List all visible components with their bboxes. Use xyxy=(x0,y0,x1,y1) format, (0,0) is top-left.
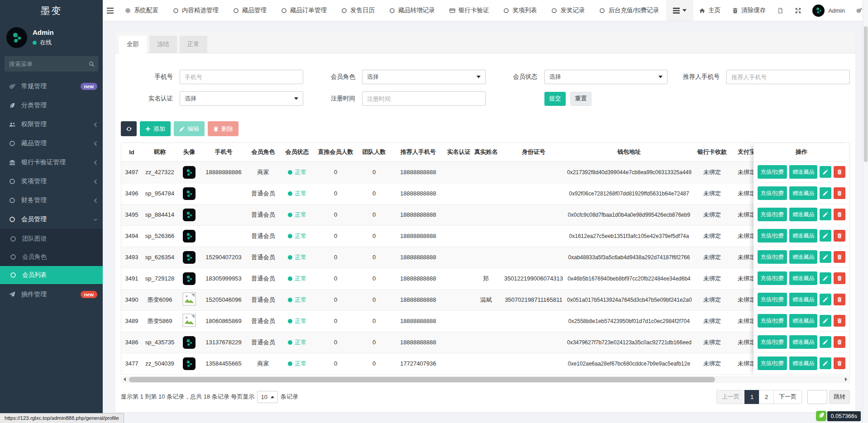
row-delete-button[interactable] xyxy=(834,166,845,178)
recharge-button[interactable]: 充值/扣费 xyxy=(758,356,787,370)
nav-item[interactable]: 后台充值/扣费记录 xyxy=(592,0,666,21)
sidebar-item[interactable]: 银行卡验证管理 xyxy=(0,153,103,172)
sidebar-item[interactable]: 插件管理new xyxy=(0,285,103,304)
recharge-button[interactable]: 充值/扣费 xyxy=(758,208,787,221)
table-row[interactable]: 3491 sp_729128 18305999953 普通会员 正常 0 0 1… xyxy=(121,268,849,289)
tab-全部[interactable]: 全部 xyxy=(119,36,147,53)
table-row[interactable]: 3494 sp_526366 普通会员 正常 0 0 18888888888 0… xyxy=(121,225,849,247)
recharge-button[interactable]: 充值/扣费 xyxy=(758,314,787,328)
gift-button[interactable]: 赠送藏品 xyxy=(789,229,817,242)
jump-page-input[interactable] xyxy=(807,390,827,404)
nav-item[interactable]: 奖项列表 xyxy=(496,0,544,21)
sidebar-subitem[interactable]: 会员列表 xyxy=(0,266,103,284)
recharge-button[interactable]: 充值/扣费 xyxy=(758,271,787,285)
recharge-button[interactable]: 充值/扣费 xyxy=(758,335,787,349)
row-delete-button[interactable] xyxy=(834,315,845,327)
row-edit-button[interactable] xyxy=(820,251,831,263)
row-delete-button[interactable] xyxy=(834,336,845,348)
fullscreen-button[interactable] xyxy=(789,0,807,21)
gift-button[interactable]: 赠送藏品 xyxy=(789,314,817,328)
row-delete-button[interactable] xyxy=(834,294,845,305)
status-select[interactable]: 选择 xyxy=(544,70,668,84)
recharge-button[interactable]: 充值/扣费 xyxy=(758,165,787,179)
row-edit-button[interactable] xyxy=(820,357,831,369)
row-edit-button[interactable] xyxy=(820,294,831,305)
home-button[interactable]: 主页 xyxy=(693,0,726,21)
row-edit-button[interactable] xyxy=(820,187,831,199)
nav-item[interactable]: 藏品订单管理 xyxy=(274,0,334,21)
vertical-scrollbar[interactable] xyxy=(863,0,868,423)
search-icon[interactable] xyxy=(89,61,95,67)
recharge-button[interactable]: 充值/扣费 xyxy=(758,250,787,264)
file-button[interactable] xyxy=(772,0,789,21)
row-delete-button[interactable] xyxy=(834,357,845,369)
page-button-2[interactable]: 2 xyxy=(759,390,774,404)
sidebar-search[interactable] xyxy=(5,56,98,71)
sidebar-item[interactable]: 权限管理 xyxy=(0,115,103,134)
gift-button[interactable]: 赠送藏品 xyxy=(789,165,817,179)
row-edit-button[interactable] xyxy=(820,315,831,327)
row-delete-button[interactable] xyxy=(834,187,845,199)
gift-button[interactable]: 赠送藏品 xyxy=(789,293,817,306)
gift-button[interactable]: 赠送藏品 xyxy=(789,356,817,370)
row-delete-button[interactable] xyxy=(834,230,845,242)
jump-button[interactable]: 跳转 xyxy=(829,390,850,404)
page-button-1[interactable]: 1 xyxy=(744,390,759,404)
row-edit-button[interactable] xyxy=(820,336,831,348)
nav-item[interactable]: 发售日历 xyxy=(334,0,382,21)
scroll-right-icon[interactable] xyxy=(843,376,850,383)
nav-item[interactable]: 内容精选管理 xyxy=(166,0,226,21)
nav-item[interactable]: 藏品管理 xyxy=(226,0,274,21)
sidebar-subitem[interactable]: 会员角色 xyxy=(0,248,103,266)
hamburger-icon[interactable] xyxy=(103,0,118,21)
sidebar-item[interactable]: 分类管理 xyxy=(0,96,103,115)
sidebar-search-input[interactable] xyxy=(9,61,89,67)
row-delete-button[interactable] xyxy=(834,209,845,220)
realname-select[interactable]: 选择 xyxy=(180,91,303,106)
phone-input[interactable] xyxy=(185,74,298,81)
row-edit-button[interactable] xyxy=(820,209,831,220)
row-edit-button[interactable] xyxy=(820,230,831,242)
navbar-user[interactable]: Admin xyxy=(807,0,850,21)
table-row[interactable]: 3496 sp_954784 普通会员 正常 0 0 18888888888 0… xyxy=(121,183,849,204)
table-row[interactable]: 3489 墨变5869 18060865869 普通会员 正常 0 0 1888… xyxy=(121,310,849,332)
gift-button[interactable]: 赠送藏品 xyxy=(789,335,817,349)
role-select[interactable]: 选择 xyxy=(362,70,486,84)
sidebar-item[interactable]: 财务管理 xyxy=(0,191,103,210)
prev-page-button[interactable]: 上一页 xyxy=(716,390,745,404)
gift-button[interactable]: 赠送藏品 xyxy=(789,208,817,221)
table-row[interactable]: 3495 sp_884414 普通会员 正常 0 0 18888888888 0… xyxy=(121,204,849,225)
sidebar-item[interactable]: 会员管理 xyxy=(0,210,103,229)
table-row[interactable]: 3497 zz_427322 18888888886 商家 正常 0 0 188… xyxy=(121,162,849,183)
scrollbar-thumb[interactable] xyxy=(129,377,715,382)
table-row[interactable]: 3486 sp_435735 13137678229 普通会员 正常 0 0 1… xyxy=(121,332,849,353)
scrollbar-track[interactable] xyxy=(128,376,843,383)
recharge-button[interactable]: 充值/扣费 xyxy=(758,293,787,306)
reset-button[interactable]: 重置 xyxy=(570,92,591,106)
gift-button[interactable]: 赠送藏品 xyxy=(789,186,817,200)
row-edit-button[interactable] xyxy=(820,166,831,178)
next-page-button[interactable]: 下一页 xyxy=(773,390,802,404)
gift-button[interactable]: 赠送藏品 xyxy=(789,250,817,264)
regtime-input[interactable] xyxy=(367,95,481,102)
nav-item[interactable]: 发奖记录 xyxy=(544,0,592,21)
table-row[interactable]: 3477 zz_504039 13584455665 商家 正常 0 0 177… xyxy=(121,353,849,374)
vertical-scrollbar-thumb[interactable] xyxy=(864,26,868,162)
sidebar-subitem[interactable]: 团队图谱 xyxy=(0,230,103,248)
add-button[interactable]: 添加 xyxy=(140,121,171,136)
submit-button[interactable]: 提交 xyxy=(544,92,566,106)
scroll-left-icon[interactable] xyxy=(121,376,128,383)
sidebar-item[interactable]: 常规管理new xyxy=(0,77,103,96)
tab-正常[interactable]: 正常 xyxy=(180,36,207,53)
nav-item[interactable]: 银行卡验证 xyxy=(442,0,496,21)
table-row[interactable]: 3493 sp_626354 15290407203 普通会员 正常 0 0 1… xyxy=(121,247,849,268)
edit-button[interactable]: 编辑 xyxy=(174,121,205,136)
page-size-select[interactable]: 10 xyxy=(257,391,277,403)
horizontal-scrollbar[interactable] xyxy=(121,376,850,383)
gift-button[interactable]: 赠送藏品 xyxy=(789,271,817,285)
clear-cache-button[interactable]: 清除缓存 xyxy=(726,0,772,21)
recharge-button[interactable]: 充值/扣费 xyxy=(758,229,787,242)
topmenu-toggle-button[interactable] xyxy=(666,0,693,21)
sidebar-item[interactable]: 藏品管理 xyxy=(0,134,103,153)
nav-item[interactable]: 藏品转增记录 xyxy=(382,0,442,21)
